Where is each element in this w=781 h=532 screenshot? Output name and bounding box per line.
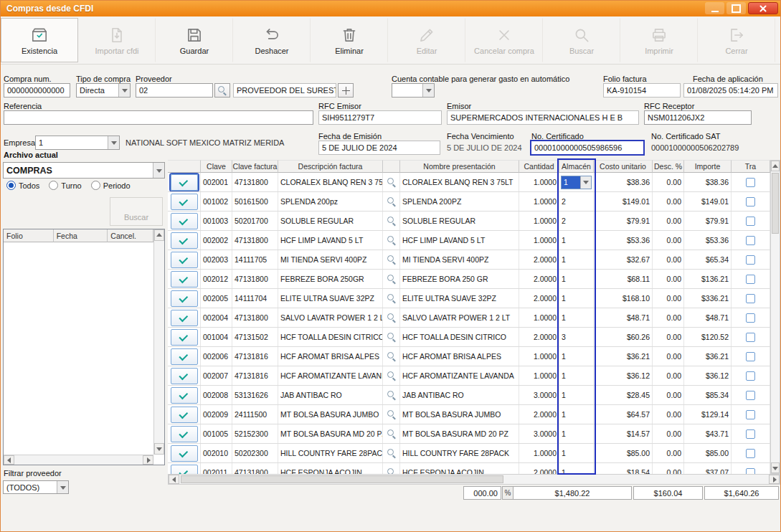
radio-todos[interactable]: Todos [6, 181, 39, 190]
row-select-button[interactable] [171, 174, 198, 191]
traslado-checkbox[interactable] [746, 429, 755, 439]
chevron-down-icon[interactable] [57, 481, 68, 493]
no-certificado-field[interactable]: 00001000000505986596 [530, 140, 645, 156]
column-header-importe[interactable]: Importe [684, 160, 732, 173]
traslado-checkbox[interactable] [746, 178, 755, 187]
lookup-search-icon[interactable] [387, 429, 396, 438]
traslado-checkbox[interactable] [746, 197, 755, 206]
row-select-button[interactable] [171, 252, 198, 268]
traslado-checkbox[interactable] [746, 371, 755, 381]
table-row[interactable]: 00201147131800HCF ESPONJA ACOJINHCF ESPO… [168, 463, 770, 474]
traslado-checkbox[interactable] [746, 333, 755, 342]
tipo-compra-combo[interactable]: Directa [76, 83, 131, 98]
row-select-button[interactable] [171, 465, 198, 475]
chevron-down-icon[interactable] [118, 84, 130, 97]
row-select-button[interactable] [171, 213, 198, 229]
compra-num-field[interactable]: 0000000000000 [4, 83, 70, 98]
scroll-up-button[interactable] [154, 229, 164, 241]
lookup-search-icon[interactable] [387, 255, 396, 264]
scrollbar-thumb[interactable] [181, 475, 503, 483]
chevron-down-icon[interactable] [108, 136, 119, 149]
folios-list-body[interactable] [4, 242, 153, 455]
row-select-button[interactable] [171, 387, 198, 404]
toolbar-button-eliminar[interactable]: Eliminar [311, 18, 388, 62]
traslado-checkbox[interactable] [746, 275, 755, 284]
column-header-costo[interactable]: Costo unitario [594, 160, 653, 173]
column-header-clave[interactable]: Clave [201, 160, 232, 173]
scrollbar-thumb[interactable] [772, 173, 779, 234]
lookup-search-icon[interactable] [387, 391, 396, 399]
row-select-button[interactable] [171, 407, 198, 423]
table-row[interactable]: 00201050202300HILL COUNTRY FARE 28PACKHI… [168, 444, 770, 463]
toolbar-button-existencia[interactable]: Existencia [1, 18, 78, 62]
list-column-header-folio[interactable]: Folio [4, 229, 54, 242]
column-header-clave_factura[interactable]: Clave factura [232, 160, 278, 173]
traslado-checkbox[interactable] [746, 352, 755, 361]
archivo-combo[interactable]: COMPRAS [3, 162, 165, 179]
proveedor-code-field[interactable]: 02 [136, 83, 213, 98]
scroll-up-button[interactable] [771, 161, 780, 171]
empresa-combo[interactable]: 1 [35, 136, 120, 150]
lookup-search-icon[interactable] [387, 352, 396, 361]
lookup-search-icon[interactable] [387, 197, 396, 206]
chevron-down-icon[interactable] [580, 176, 591, 189]
lookup-search-icon[interactable] [387, 236, 396, 244]
table-row[interactable]: 00100250161500SPLENDA 200pzSPLENDA 200PZ… [168, 192, 770, 212]
column-header-desc[interactable]: Desc. % [653, 160, 684, 173]
lookup-search-icon[interactable] [387, 468, 396, 474]
referencia-field[interactable] [4, 110, 313, 125]
close-button[interactable] [748, 2, 778, 14]
table-row[interactable]: 00100447131502HCF TOALLA DESIN CITRICOHC… [168, 328, 770, 347]
traslado-checkbox[interactable] [746, 255, 755, 265]
filtro-proveedor-combo[interactable]: (TODOS) [3, 480, 69, 494]
lookup-search-icon[interactable] [387, 294, 396, 303]
scroll-left-button[interactable] [169, 475, 179, 484]
minimize-button[interactable] [705, 2, 724, 14]
traslado-checkbox[interactable] [746, 236, 755, 245]
table-row[interactable]: 00200647131816HCF AROMAT BRISA ALPESHCF … [168, 347, 770, 366]
column-header-check[interactable] [168, 160, 201, 173]
folios-vertical-scrollbar[interactable] [153, 229, 164, 455]
column-header-lookup[interactable] [383, 160, 400, 173]
row-select-button[interactable] [171, 232, 198, 249]
lookup-search-icon[interactable] [387, 178, 396, 186]
folios-horizontal-scrollbar[interactable] [4, 455, 153, 465]
folio-factura-field[interactable]: KA-910154 [603, 83, 681, 98]
column-header-descripcion[interactable]: Descripción factura [278, 160, 383, 173]
proveedor-search-button[interactable] [214, 83, 230, 98]
traslado-checkbox[interactable] [746, 449, 755, 458]
lookup-search-icon[interactable] [387, 371, 396, 380]
row-select-button[interactable] [171, 329, 198, 346]
table-row[interactable]: 00100552152300MT BOLSA BASURA MD 20 PZMT… [168, 424, 770, 444]
column-header-tra[interactable]: Tra [732, 160, 770, 173]
lookup-search-icon[interactable] [387, 275, 396, 283]
row-select-button[interactable] [171, 290, 198, 307]
toolbar-button-guardar[interactable]: Guardar [156, 18, 233, 62]
toolbar-button-deshacer[interactable]: Deshacer [233, 18, 311, 62]
scroll-right-button[interactable] [143, 455, 153, 465]
descuento-porcentaje-field[interactable]: 000.00 [463, 486, 501, 500]
lookup-search-icon[interactable] [387, 410, 396, 419]
traslado-checkbox[interactable] [746, 217, 755, 226]
row-select-button[interactable] [171, 271, 198, 288]
table-row[interactable]: 00201247131800FEBREZE BORA 250GRFEBREZE … [168, 270, 770, 289]
scroll-down-button[interactable] [771, 462, 780, 473]
traslado-checkbox[interactable] [746, 468, 755, 475]
row-select-button[interactable] [171, 194, 198, 210]
lookup-search-icon[interactable] [387, 333, 396, 341]
table-row[interactable]: 00200924111500MT BOLSA BASURA JUMBOMT BO… [168, 405, 770, 424]
row-select-button[interactable] [171, 368, 198, 384]
almacen-combo[interactable]: 1 [561, 176, 592, 189]
lookup-search-icon[interactable] [387, 217, 396, 225]
traslado-checkbox[interactable] [746, 391, 755, 400]
column-header-cantidad[interactable]: Cantidad [519, 160, 559, 173]
table-row[interactable]: 00100350201700SOLUBLE REGULARSOLUBLE REG… [168, 212, 770, 231]
chevron-down-icon[interactable] [153, 163, 164, 178]
traslado-checkbox[interactable] [746, 410, 755, 419]
grid-vertical-scrollbar[interactable] [770, 160, 780, 474]
list-column-header-cancel[interactable]: Cancel. [108, 229, 153, 242]
row-select-button[interactable] [171, 445, 198, 462]
chevron-down-icon[interactable] [422, 84, 434, 97]
table-row[interactable]: 00200853131626JAB ANTIBAC ROJAB ANTIBAC … [168, 386, 770, 405]
cuenta-contable-combo[interactable] [392, 83, 435, 98]
